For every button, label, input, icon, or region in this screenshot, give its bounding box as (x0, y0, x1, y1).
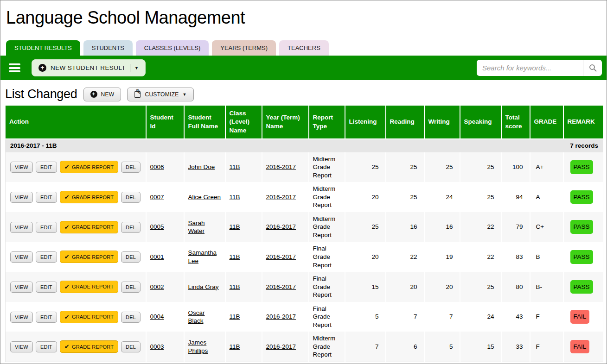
student-id-link-cell: 0002 (146, 272, 184, 302)
class-link[interactable]: 11B (230, 223, 240, 230)
edit-button[interactable]: EDIT (36, 312, 57, 323)
student-id-link[interactable]: 0004 (150, 313, 164, 320)
search-box (477, 60, 602, 76)
del-button[interactable]: DEL (121, 192, 141, 203)
group-row: 2016-2017 - 11B 7 records (6, 139, 603, 152)
student-id-link-cell: 0007 (146, 182, 184, 212)
student-name-link-cell: John Doe (184, 152, 225, 182)
year-link[interactable]: 2016-2017 (266, 313, 296, 320)
year-link[interactable]: 2016-2017 (266, 253, 296, 260)
column-header-report-type: Report Type (309, 106, 345, 139)
del-button[interactable]: DEL (121, 251, 141, 263)
remark-cell: PASS (563, 182, 603, 212)
tab-students[interactable]: STUDENTS (83, 40, 133, 56)
new-button[interactable]: + NEW (83, 88, 121, 101)
tab-classes-levels[interactable]: CLASSES (LEVELS) (136, 40, 209, 56)
customize-button[interactable]: ✎ CUSTOMIZE ▼ (127, 88, 193, 101)
tab-years-terms[interactable]: YEARS (TERMS) (212, 40, 276, 56)
listening-cell: 15 (345, 272, 386, 302)
tab-student-results[interactable]: STUDENT RESULTS (6, 40, 80, 56)
search-button[interactable] (583, 60, 602, 76)
edit-button[interactable]: EDIT (36, 282, 57, 293)
student-id-link[interactable]: 0007 (150, 194, 164, 201)
year-link-cell: 2016-2017 (262, 272, 309, 302)
grade-report-button[interactable]: ✔GRADE REPORT (60, 251, 118, 263)
view-button[interactable]: VIEW (10, 192, 33, 203)
search-input[interactable] (477, 64, 583, 72)
edit-button[interactable]: EDIT (36, 162, 57, 173)
student-id-link[interactable]: 0005 (150, 223, 164, 230)
grade-report-button[interactable]: ✔GRADE REPORT (60, 311, 118, 323)
column-header-remark: REMARK (563, 106, 603, 139)
class-link[interactable]: 11B (230, 163, 240, 170)
chevron-down-icon: ▼ (183, 92, 187, 97)
year-link[interactable]: 2016-2017 (266, 343, 296, 350)
year-link-cell: 2016-2017 (262, 332, 309, 362)
student-name-link[interactable]: Oscar Black (188, 309, 205, 325)
class-link-cell: 11B (225, 152, 262, 182)
student-id-link[interactable]: 0002 (150, 283, 164, 290)
del-button[interactable]: DEL (121, 162, 141, 173)
student-name-link[interactable]: James Phillips (188, 339, 208, 354)
remark-badge: PASS (570, 190, 593, 204)
view-button[interactable]: VIEW (10, 222, 33, 233)
student-name-link[interactable]: Samantha Lee (188, 249, 217, 264)
grade-report-button[interactable]: ✔GRADE REPORT (60, 221, 118, 233)
year-link[interactable]: 2016-2017 (266, 194, 296, 201)
grade-report-button[interactable]: ✔GRADE REPORT (60, 281, 118, 293)
edit-button[interactable]: EDIT (36, 222, 57, 233)
writing-cell: 5 (424, 332, 460, 362)
student-name-link[interactable]: Alice Green (188, 194, 221, 201)
student-name-link[interactable]: John Doe (188, 163, 215, 170)
student-name-link-cell: James Phillips (184, 332, 225, 362)
year-link-cell: 2016-2017 (262, 242, 309, 272)
year-link[interactable]: 2016-2017 (266, 223, 296, 230)
del-button[interactable]: DEL (121, 341, 141, 352)
search-icon (589, 64, 597, 72)
grade-report-button[interactable]: ✔GRADE REPORT (60, 161, 118, 173)
edit-button[interactable]: EDIT (36, 192, 57, 203)
writing-cell: 24 (424, 182, 460, 212)
grade-report-button[interactable]: ✔GRADE REPORT (60, 191, 118, 203)
view-button[interactable]: VIEW (10, 282, 33, 293)
year-link[interactable]: 2016-2017 (266, 283, 296, 290)
class-link-cell: 11B (225, 212, 262, 242)
year-link-cell: 2016-2017 (262, 152, 309, 182)
student-id-link[interactable]: 0001 (150, 253, 164, 260)
year-link[interactable]: 2016-2017 (266, 163, 296, 170)
student-name-link[interactable]: Linda Gray (188, 283, 219, 290)
edit-button[interactable]: EDIT (36, 341, 57, 352)
class-link[interactable]: 11B (230, 343, 240, 350)
class-link[interactable]: 11B (230, 283, 240, 290)
tab-teachers[interactable]: TEACHERS (279, 40, 329, 56)
reading-cell: 16 (386, 212, 424, 242)
view-button[interactable]: VIEW (10, 341, 33, 352)
student-id-link[interactable]: 0006 (150, 163, 164, 170)
report-type-cell: Final Grade Report (309, 242, 345, 272)
student-id-link[interactable]: 0003 (150, 343, 164, 350)
column-header-writing: Writing (424, 106, 460, 139)
view-button[interactable]: VIEW (10, 162, 33, 173)
del-button[interactable]: DEL (121, 282, 141, 293)
class-link[interactable]: 11B (230, 194, 240, 201)
del-button[interactable]: DEL (121, 312, 141, 323)
grade-cell: F (530, 332, 563, 362)
view-button[interactable]: VIEW (10, 251, 33, 263)
edit-button[interactable]: EDIT (36, 251, 57, 263)
remark-badge: FAIL (570, 310, 590, 324)
listening-cell: 7 (345, 332, 386, 362)
view-button[interactable]: VIEW (10, 312, 33, 323)
listening-cell: 25 (345, 212, 386, 242)
reading-cell: 6 (386, 332, 424, 362)
new-student-result-button[interactable]: + NEW STUDENT RESULT ▼ (32, 59, 146, 76)
writing-cell: 19 (424, 242, 460, 272)
del-button[interactable]: DEL (121, 222, 141, 233)
grade-report-button[interactable]: ✔GRADE REPORT (60, 340, 118, 353)
class-link[interactable]: 11B (230, 313, 240, 320)
results-table-body: 2016-2017 - 11B 7 records VIEWEDIT✔GRADE… (6, 139, 603, 362)
student-name-link[interactable]: Sarah Water (188, 220, 205, 235)
student-name-link-cell: Alice Green (184, 182, 225, 212)
menu-icon[interactable] (9, 62, 20, 74)
speaking-cell: 15 (460, 332, 501, 362)
class-link[interactable]: 11B (230, 253, 240, 260)
